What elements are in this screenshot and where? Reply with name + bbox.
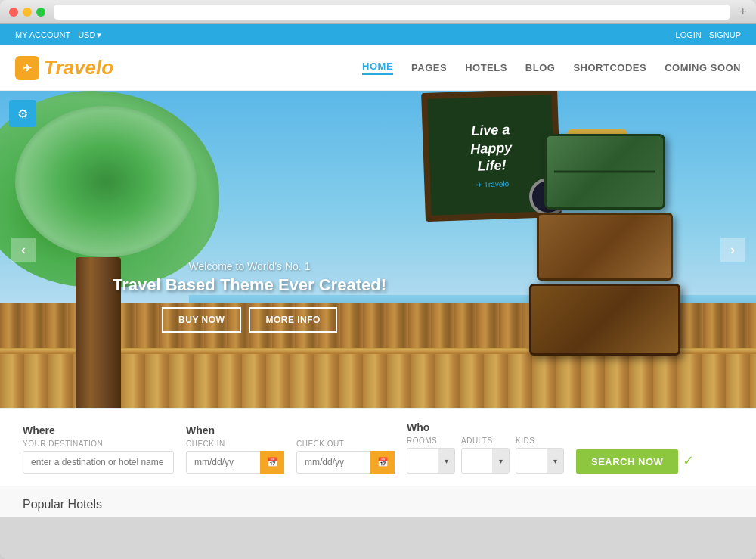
chevron-left-icon: ‹ <box>21 242 26 258</box>
logo-icon: ✈ <box>15 56 39 80</box>
checkout-input-wrap: 📅 <box>296 451 395 474</box>
tree-canopy-inner <box>15 106 197 257</box>
hero-buttons: BUY NOW MORE INFO <box>45 307 454 333</box>
top-bar-right: LOGIN SIGNUP <box>676 30 741 39</box>
kids-group: KIDS 0 ▾ <box>516 436 564 474</box>
new-tab-icon[interactable]: + <box>739 4 747 20</box>
rooms-spinner: 1 ▾ <box>407 448 455 474</box>
nav-coming-soon[interactable]: COMING SOON <box>665 62 741 73</box>
where-group: Where YOUR DESTINATION <box>23 424 174 474</box>
checkin-input-wrap: 📅 <box>186 451 284 474</box>
suitcase-stack <box>529 134 680 356</box>
adults-group: ADULTS 1 ▾ <box>461 436 510 474</box>
checkin-calendar-button[interactable]: 📅 <box>260 451 284 474</box>
where-label: Where <box>23 424 174 436</box>
nav-home[interactable]: HOME <box>362 61 393 75</box>
who-spinners: ROOMS 1 ▾ ADULTS 1 ▾ <box>407 436 564 474</box>
browser-window: + MY ACCOUNT USD ▾ LOGIN SIGNUP ✈ <box>0 0 756 559</box>
minimize-dot[interactable] <box>23 8 32 17</box>
rooms-label: ROOMS <box>407 436 455 445</box>
nav-blog[interactable]: BLOG <box>525 62 556 73</box>
rooms-input[interactable]: 1 <box>407 450 438 472</box>
website-content: MY ACCOUNT USD ▾ LOGIN SIGNUP ✈ Travelo <box>0 24 756 559</box>
suitcase-brown-top <box>537 213 673 281</box>
hero-slider: ✈ Live a Happy Life! ✈ Travelo <box>0 91 756 408</box>
address-bar[interactable] <box>54 5 730 20</box>
buy-now-button[interactable]: BUY NOW <box>162 307 241 333</box>
hero-subtitle: Welcome to World's No. 1 <box>45 260 454 272</box>
rooms-group: ROOMS 1 ▾ <box>407 436 455 474</box>
adults-label: ADULTS <box>461 436 510 445</box>
plane-icon: ✈ <box>23 62 32 74</box>
slider-prev-button[interactable]: ‹ <box>11 238 36 262</box>
kids-decrement-button[interactable]: ▾ <box>547 449 563 473</box>
nav-links: HOME PAGES HOTELS BLOG SHORTCODES COMING… <box>362 61 741 75</box>
signup-link[interactable]: SIGNUP <box>709 30 741 39</box>
search-now-button[interactable]: SEARCH NOW <box>576 449 678 474</box>
who-label: Who <box>407 421 564 433</box>
browser-dots <box>9 8 45 17</box>
checkout-sublabel: CHECK OUT <box>296 439 395 448</box>
adults-decrement-button[interactable]: ▾ <box>492 449 509 473</box>
chevron-down-icon: ▾ <box>97 30 101 40</box>
calendar-icon: 📅 <box>267 457 278 467</box>
search-section: Where YOUR DESTINATION When CHECK IN 📅 W… <box>0 408 756 486</box>
my-account-link[interactable]: MY ACCOUNT <box>15 30 70 39</box>
main-nav: ✈ Travelo HOME PAGES HOTELS BLOG SHORTCO… <box>0 45 756 91</box>
top-bar-left: MY ACCOUNT USD ▾ <box>15 30 101 40</box>
currency-label: USD <box>78 30 95 39</box>
suitcase-green <box>544 134 665 210</box>
hero-text-block: Welcome to World's No. 1 Travel Based Th… <box>45 260 454 333</box>
kids-spinner: 0 ▾ <box>516 448 564 474</box>
checkin-sublabel: CHECK IN <box>186 439 284 448</box>
browser-titlebar: + <box>0 0 756 24</box>
destination-input[interactable] <box>23 451 174 474</box>
chalkboard-brand: ✈ Travelo <box>476 179 509 189</box>
hero-title: Travel Based Theme Ever Created! <box>45 275 454 295</box>
nav-pages[interactable]: PAGES <box>411 62 447 73</box>
gear-icon: ⚙ <box>17 107 28 121</box>
maximize-dot[interactable] <box>36 8 45 17</box>
popular-hotels-title: Popular Hotels <box>23 498 733 511</box>
travel-items: Live a Happy Life! ✈ Travelo 🕐 <box>423 113 711 356</box>
where-sublabel: YOUR DESTINATION <box>23 439 174 448</box>
logo[interactable]: ✈ Travelo <box>15 56 113 80</box>
calendar-icon-2: 📅 <box>377 457 389 467</box>
adults-spinner: 1 ▾ <box>461 448 510 474</box>
kids-input[interactable]: 0 <box>516 450 547 472</box>
checkin-group: When CHECK IN 📅 <box>186 424 284 474</box>
when-label: When <box>186 424 284 436</box>
checkout-group: W CHECK OUT 📅 <box>296 424 395 474</box>
rooms-decrement-button[interactable]: ▾ <box>438 449 454 473</box>
adults-input[interactable]: 1 <box>462 450 492 472</box>
login-link[interactable]: LOGIN <box>676 30 702 39</box>
check-icon: ✓ <box>683 452 694 469</box>
checkout-calendar-button[interactable]: 📅 <box>370 451 395 474</box>
chalkboard-line1: Live a <box>471 123 510 139</box>
search-button-group: SEARCH NOW ✓ <box>576 449 694 474</box>
nav-shortcodes[interactable]: SHORTCODES <box>573 62 646 73</box>
more-info-button[interactable]: MORE INFO <box>249 307 337 333</box>
nav-hotels[interactable]: HOTELS <box>465 62 507 73</box>
chalkboard-line2: Happy <box>470 140 513 157</box>
chalkboard-text: Live a Happy Life! <box>469 121 513 175</box>
currency-dropdown[interactable]: USD ▾ <box>78 30 101 40</box>
logo-text: Travelo <box>44 56 113 79</box>
close-dot[interactable] <box>9 8 18 17</box>
popular-section: Popular Hotels <box>0 486 756 517</box>
search-now-label: SEARCH NOW <box>591 456 663 467</box>
chevron-right-icon: › <box>730 242 735 258</box>
slider-next-button[interactable]: › <box>720 238 745 262</box>
who-group: Who ROOMS 1 ▾ ADULTS 1 <box>407 421 564 474</box>
suitcase-brown-bottom <box>529 284 680 356</box>
top-bar: MY ACCOUNT USD ▾ LOGIN SIGNUP <box>0 24 756 45</box>
chalkboard-line3: Life! <box>477 158 507 174</box>
kids-label: KIDS <box>516 436 564 445</box>
gear-button[interactable]: ⚙ <box>9 100 36 127</box>
